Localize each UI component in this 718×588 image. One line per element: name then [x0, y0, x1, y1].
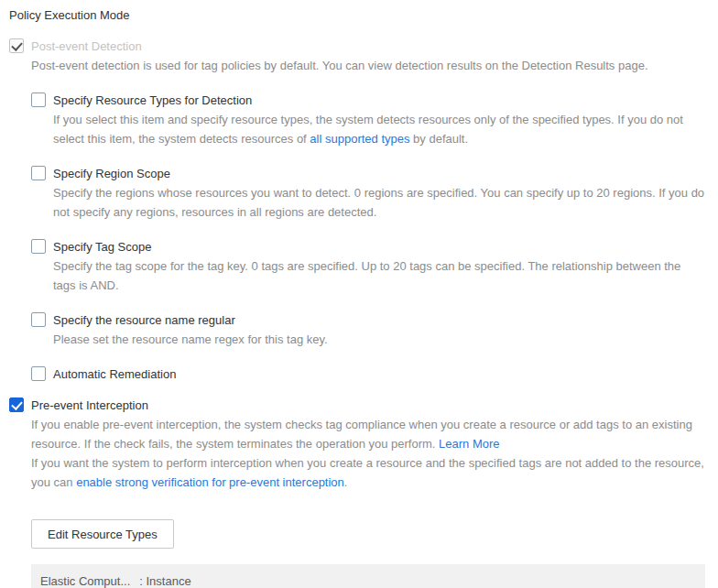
pre-event-interception-checkbox[interactable] — [9, 397, 24, 412]
resource-type-value: : Instance — [139, 574, 190, 588]
specify-resource-name-regular-checkbox[interactable] — [31, 312, 46, 327]
all-supported-types-link[interactable]: all supported types — [310, 132, 409, 146]
page-title: Policy Execution Mode — [9, 7, 705, 23]
resource-type-name: Elastic Comput... — [40, 574, 130, 588]
description: If you select this item and specify reso… — [53, 110, 705, 148]
specify-tag-scope-checkbox[interactable] — [31, 239, 46, 254]
checkbox-row: Post-event Detection — [9, 38, 705, 54]
section-post-event-detection: Post-event Detection Post-event detectio… — [9, 38, 705, 75]
checkbox-label: Specify Tag Scope — [53, 240, 151, 254]
description-paragraph: If you enable pre-event interception, th… — [31, 415, 705, 453]
edit-resource-types-button[interactable]: Edit Resource Types — [31, 519, 174, 549]
automatic-remediation-checkbox[interactable] — [31, 366, 46, 381]
enable-strong-verification-link[interactable]: enable strong verification for pre-event… — [76, 475, 344, 489]
section-specify-tag-scope: Specify Tag Scope Specify the tag scope … — [31, 238, 705, 295]
description: If you enable pre-event interception, th… — [31, 415, 705, 492]
specify-region-scope-checkbox[interactable] — [31, 166, 46, 180]
resource-type-panel: Elastic Comput... : Instance — [31, 564, 705, 588]
post-event-detection-checkbox — [9, 38, 24, 53]
learn-more-link[interactable]: Learn More — [439, 437, 499, 451]
description-text: . — [344, 475, 348, 489]
description: Post-event detection is used for tag pol… — [31, 56, 705, 75]
checkbox-row: Specify Region Scope — [31, 165, 705, 181]
description: Specify the regions whose resources you … — [53, 183, 705, 222]
checkbox-label: Specify Resource Types for Detection — [53, 93, 252, 107]
section-specify-region-scope: Specify Region Scope Specify the regions… — [31, 165, 705, 222]
checkbox-row: Automatic Remediation — [31, 365, 705, 382]
checkbox-row: Specify Tag Scope — [31, 238, 705, 255]
policy-execution-mode-panel: Policy Execution Mode Post-event Detecti… — [0, 0, 718, 588]
checkbox-label: Specify Region Scope — [53, 167, 170, 180]
checkbox-row: Specify the resource name regular — [31, 311, 705, 328]
specify-resource-types-checkbox[interactable] — [31, 93, 46, 107]
section-automatic-remediation: Automatic Remediation — [31, 365, 705, 382]
description-text: If you enable pre-event interception, th… — [31, 418, 692, 451]
checkbox-row: Pre-event Interception — [9, 397, 705, 413]
description-text: by default. — [409, 132, 468, 146]
checkbox-row: Specify Resource Types for Detection — [31, 92, 705, 108]
checkbox-label: Post-event Detection — [31, 39, 142, 53]
section-specify-resource-types: Specify Resource Types for Detection If … — [31, 92, 705, 148]
description: Specify the tag scope for the tag key. 0… — [53, 256, 705, 295]
checkbox-label: Automatic Remediation — [53, 367, 176, 381]
description-paragraph: If you want the system to perform interc… — [31, 453, 705, 492]
checkbox-label: Pre-event Interception — [31, 398, 148, 412]
checkbox-label: Specify the resource name regular — [53, 313, 235, 327]
section-pre-event-interception: Pre-event Interception If you enable pre… — [9, 397, 705, 492]
section-specify-resource-name-regular: Specify the resource name regular Please… — [31, 311, 705, 349]
description: Please set the resource name regex for t… — [53, 330, 705, 349]
